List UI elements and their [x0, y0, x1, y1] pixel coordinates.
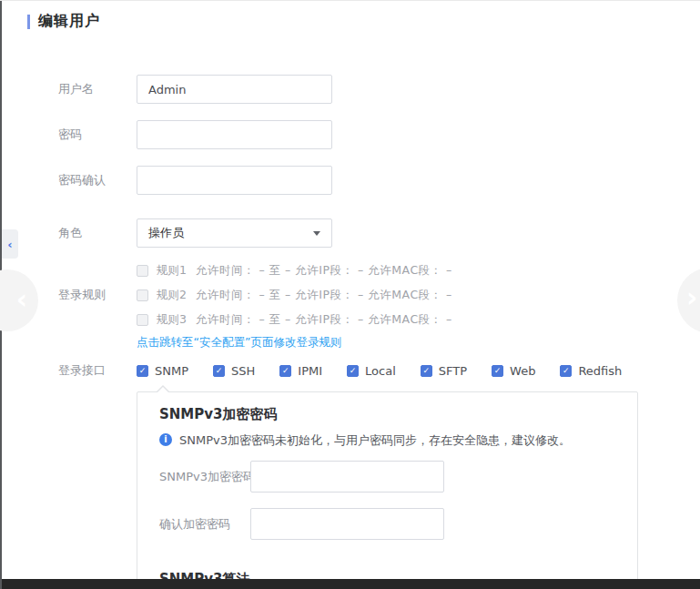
local-option[interactable]: ✓ Local — [347, 364, 396, 378]
chevron-down-icon — [313, 231, 320, 236]
snmpv3-password-label: SNMPv3加密密码 — [159, 461, 255, 493]
check-icon: ✓ — [214, 366, 224, 376]
rule3-checkbox[interactable] — [137, 314, 148, 326]
sftp-label: SFTP — [439, 364, 467, 378]
login-interface-options: ✓ SNMP ✓ SSH ✓ IPMI ✓ Local ✓ SFTP ✓ Web… — [137, 364, 646, 378]
edit-user-page: 编辑用户 用户名 密码 密码确认 角色 操作员 登录规则 规则1 允许时间： –… — [0, 0, 700, 589]
chevron-right-icon: › — [686, 284, 697, 311]
chevron-left-icon: ‹ — [16, 286, 27, 313]
carousel-prev-button[interactable]: ‹ — [0, 269, 38, 331]
top-border-line — [0, 0, 700, 1]
sidebar-collapse-toggle[interactable]: ‹ — [2, 229, 18, 259]
sftp-option[interactable]: ✓ SFTP — [421, 364, 467, 378]
check-icon: ✓ — [137, 366, 147, 376]
panel-caret-icon-inner — [157, 387, 169, 393]
check-icon: ✓ — [561, 366, 571, 376]
web-checkbox[interactable]: ✓ — [492, 365, 503, 377]
carousel-next-button[interactable]: › — [677, 268, 700, 333]
snmpv3-confirm-input[interactable] — [250, 508, 444, 540]
page-header: 编辑用户 — [27, 12, 100, 31]
check-icon: ✓ — [421, 366, 431, 376]
web-label: Web — [510, 364, 535, 378]
redfish-option[interactable]: ✓ Redfish — [560, 364, 622, 378]
web-option[interactable]: ✓ Web — [492, 364, 535, 378]
login-rule-row: 规则1 允许时间： – 至 – 允许IP段： – 允许MAC段： – — [137, 263, 452, 279]
sftp-checkbox[interactable]: ✓ — [421, 365, 432, 377]
title-accent-bar — [27, 15, 30, 29]
role-select[interactable]: 操作员 — [137, 218, 332, 248]
rule-detail: 允许时间： – 至 – 允许IP段： – 允许MAC段： – — [196, 312, 452, 328]
snmpv3-info-row: i SNMPv3加密密码未初始化，与用户密码同步，存在安全隐患，建议修改。 — [159, 432, 571, 449]
info-icon: i — [159, 433, 172, 446]
chevron-left-icon: ‹ — [7, 239, 12, 250]
ipmi-option[interactable]: ✓ IPMI — [279, 364, 322, 378]
snmpv3-info-text: SNMPv3加密密码未初始化，与用户密码同步，存在安全隐患，建议修改。 — [179, 432, 571, 449]
password-input[interactable] — [137, 120, 332, 149]
check-icon: ✓ — [348, 366, 358, 376]
snmp-option[interactable]: ✓ SNMP — [137, 364, 188, 378]
ipmi-checkbox[interactable]: ✓ — [279, 365, 291, 377]
role-selected-value: 操作员 — [148, 225, 313, 241]
rule-detail: 允许时间： – 至 – 允许IP段： – 允许MAC段： – — [196, 288, 452, 303]
snmpv3-confirm-label: 确认加密密码 — [159, 508, 230, 540]
ipmi-label: IPMI — [298, 364, 322, 378]
bottom-taskbar — [0, 579, 700, 589]
snmp-checkbox[interactable]: ✓ — [137, 365, 148, 377]
check-icon: ✓ — [492, 366, 502, 376]
rule2-checkbox[interactable] — [137, 289, 148, 301]
username-input[interactable] — [137, 75, 332, 104]
login-rules-label: 登录规则 — [58, 280, 106, 310]
snmpv3-password-input[interactable] — [250, 461, 444, 493]
page-title: 编辑用户 — [38, 12, 100, 31]
ssh-label: SSH — [231, 364, 255, 378]
password-confirm-label: 密码确认 — [58, 166, 106, 195]
role-label: 角色 — [58, 218, 82, 248]
ssh-checkbox[interactable]: ✓ — [213, 365, 225, 377]
login-rule-row: 规则3 允许时间： – 至 – 允许IP段： – 允许MAC段： – — [137, 312, 452, 328]
snmpv3-panel-title: SNMPv3加密密码 — [159, 406, 278, 423]
local-checkbox[interactable]: ✓ — [347, 365, 359, 377]
login-rule-row: 规则2 允许时间： – 至 – 允许IP段： – 允许MAC段： – — [137, 288, 452, 303]
check-icon: ✓ — [280, 366, 290, 376]
security-config-link[interactable]: 点击跳转至“安全配置”页面修改登录规则 — [137, 335, 341, 350]
rule-detail: 允许时间： – 至 – 允许IP段： – 允许MAC段： – — [196, 263, 452, 279]
snmpv3-password-panel: SNMPv3加密密码 i SNMPv3加密密码未初始化，与用户密码同步，存在安全… — [137, 391, 638, 589]
ssh-option[interactable]: ✓ SSH — [213, 364, 255, 378]
snmp-label: SNMP — [155, 364, 188, 378]
local-label: Local — [365, 364, 396, 378]
redfish-label: Redfish — [578, 364, 622, 378]
username-label: 用户名 — [58, 75, 94, 104]
redfish-checkbox[interactable]: ✓ — [560, 365, 572, 377]
password-label: 密码 — [58, 120, 82, 149]
login-interface-label: 登录接口 — [58, 356, 106, 385]
rule-name: 规则1 — [157, 263, 187, 279]
rule-name: 规则2 — [157, 288, 187, 303]
password-confirm-input[interactable] — [137, 166, 332, 195]
rule-name: 规则3 — [157, 312, 187, 328]
rule1-checkbox[interactable] — [137, 265, 148, 277]
